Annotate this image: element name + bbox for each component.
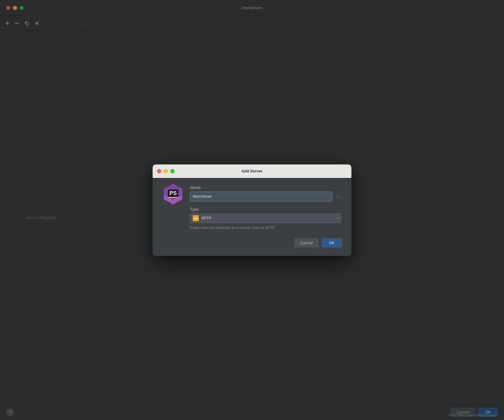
sftp-text: SFTP bbox=[201, 216, 335, 220]
dialog-maximize-button[interactable] bbox=[170, 169, 175, 173]
dialog-title: Add Server bbox=[241, 169, 262, 173]
dialog-body: PS Name: ↑↓ Type: sftp bbox=[153, 178, 351, 256]
name-label: Name: bbox=[190, 185, 342, 190]
type-label: Type: bbox=[190, 207, 342, 212]
dialog-close-button[interactable] bbox=[157, 169, 161, 173]
form-section: Name: ↑↓ Type: sftp SFTP ▾ bbox=[190, 185, 342, 247]
modal-overlay: Add Server PS Name: bbox=[0, 0, 504, 420]
type-select[interactable]: sftp SFTP ▾ bbox=[190, 213, 342, 223]
dialog-cancel-button[interactable]: Cancel bbox=[294, 238, 319, 247]
sort-button[interactable]: ↑↓ bbox=[335, 193, 342, 200]
add-server-dialog: Add Server PS Name: bbox=[153, 164, 351, 256]
ps-logo: PS bbox=[162, 183, 184, 205]
dialog-titlebar: Add Server bbox=[153, 164, 351, 178]
dialog-traffic-lights bbox=[157, 169, 175, 173]
dialog-minimize-button[interactable] bbox=[164, 169, 168, 173]
name-row: ↑↓ bbox=[190, 192, 342, 201]
dialog-ok-button[interactable]: OK bbox=[322, 238, 342, 247]
name-input[interactable] bbox=[190, 192, 332, 201]
svg-rect-6 bbox=[168, 197, 178, 198]
svg-text:PS: PS bbox=[169, 190, 177, 196]
dialog-footer: Cancel OK bbox=[190, 238, 342, 247]
sftp-icon: sftp bbox=[193, 215, 199, 221]
svg-text:sftp: sftp bbox=[194, 217, 198, 220]
dropdown-arrow-icon: ▾ bbox=[337, 216, 339, 220]
type-description: Project files are deployed to a remote h… bbox=[190, 226, 342, 230]
